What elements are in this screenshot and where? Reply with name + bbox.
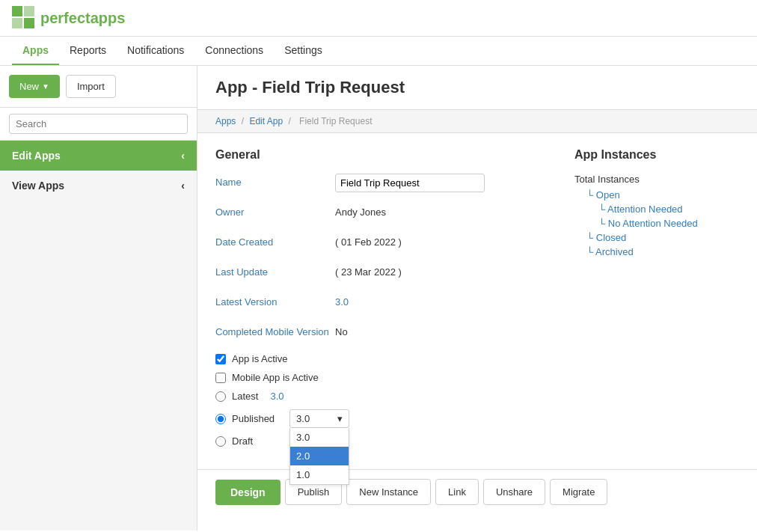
breadcrumb-edit-app[interactable]: Edit App <box>249 116 283 126</box>
chevron-left-icon: ‹ <box>181 150 185 162</box>
app-active-checkbox[interactable] <box>215 354 226 364</box>
main-header: App - Field Trip Request <box>197 66 757 110</box>
unshare-button[interactable]: Unshare <box>483 479 545 505</box>
breadcrumb-sep-1: / <box>242 116 247 126</box>
owner-value: Andy Jones <box>335 204 545 218</box>
published-radio-label: Published <box>232 413 275 424</box>
tree-item-open: └ Open <box>574 189 739 201</box>
latest-version-value: 3.0 <box>335 293 545 308</box>
completed-mobile-value: No <box>335 323 545 337</box>
new-button[interactable]: New ▼ <box>9 75 60 98</box>
published-dropdown-list: 3.0 2.0 1.0 <box>289 428 349 485</box>
svg-rect-3 <box>24 18 34 28</box>
tree-item-attention-needed: └ Attention Needed <box>574 204 739 215</box>
new-button-arrow: ▼ <box>42 82 49 91</box>
latest-radio-label: Latest <box>232 391 258 402</box>
import-button[interactable]: Import <box>66 75 116 98</box>
logo-text-accent: apps <box>91 10 126 26</box>
sidebar-item-view-apps[interactable]: View Apps ‹ <box>0 171 197 201</box>
app-active-label: App is Active <box>232 353 287 364</box>
radio-row-draft: Draft <box>215 435 545 447</box>
breadcrumb-sep-2: / <box>288 116 293 126</box>
nav-item-settings[interactable]: Settings <box>274 37 333 65</box>
checkbox-row-mobile-active: Mobile App is Active <box>215 372 545 383</box>
footer-bar: Design Publish New Instance Link Unshare… <box>197 469 757 514</box>
dropdown-option-2[interactable]: 2.0 <box>290 447 349 465</box>
main-nav: Apps Reports Notifications Connections S… <box>0 37 757 66</box>
breadcrumb: Apps / Edit App / Field Trip Request <box>197 110 757 133</box>
search-input[interactable] <box>9 114 188 134</box>
instances-title: App Instances <box>574 148 739 162</box>
field-row-latest-version: Latest Version 3.0 <box>215 293 545 314</box>
owner-label: Owner <box>215 204 335 218</box>
field-row-date-created: Date Created ( 01 Feb 2022 ) <box>215 233 545 254</box>
latest-version-label: Latest Version <box>215 293 335 308</box>
instances-section: App Instances Total Instances └ Open └ A… <box>574 148 739 454</box>
field-row-owner: Owner Andy Jones <box>215 204 545 224</box>
nav-item-connections[interactable]: Connections <box>194 37 274 65</box>
new-instance-button[interactable]: New Instance <box>346 479 431 505</box>
general-section: General Name Owner Andy Jones Date Creat… <box>215 148 545 454</box>
tree-item-closed: └ Closed <box>574 232 739 243</box>
date-created-value: ( 01 Feb 2022 ) <box>335 233 545 248</box>
design-button[interactable]: Design <box>215 480 281 505</box>
migrate-button[interactable]: Migrate <box>550 479 607 505</box>
new-button-label: New <box>19 81 39 92</box>
svg-rect-2 <box>12 18 22 28</box>
general-title: General <box>215 148 545 162</box>
radio-row-published: Published 3.0 ▾ 3.0 2.0 1.0 <box>215 409 545 428</box>
published-dropdown-wrapper: 3.0 ▾ 3.0 2.0 1.0 <box>289 409 349 428</box>
published-radio[interactable] <box>215 414 226 424</box>
main-content: General Name Owner Andy Jones Date Creat… <box>197 133 757 469</box>
instance-tree: Total Instances └ Open └ Attention Neede… <box>574 174 739 257</box>
sidebar-actions: New ▼ Import <box>0 66 197 108</box>
breadcrumb-current: Field Trip Request <box>299 116 372 126</box>
completed-mobile-label: Completed Mobile Version <box>215 323 335 337</box>
page-title: App - Field Trip Request <box>215 78 739 97</box>
breadcrumb-apps[interactable]: Apps <box>215 116 236 126</box>
radio-row-latest: Latest 3.0 <box>215 391 545 402</box>
field-row-name: Name <box>215 174 545 195</box>
svg-rect-1 <box>24 6 34 16</box>
sidebar-item-edit-apps[interactable]: Edit Apps ‹ <box>0 141 197 171</box>
dropdown-current-value: 3.0 <box>296 413 310 424</box>
field-row-completed-mobile: Completed Mobile Version No <box>215 323 545 344</box>
last-update-value: ( 23 Mar 2022 ) <box>335 263 545 278</box>
name-input[interactable] <box>335 174 485 192</box>
main-panel: App - Field Trip Request Apps / Edit App… <box>197 66 757 531</box>
svg-rect-0 <box>12 6 22 16</box>
dropdown-arrow-icon: ▾ <box>337 413 343 424</box>
name-input-container <box>335 174 545 192</box>
dropdown-option-3[interactable]: 3.0 <box>290 428 349 447</box>
sidebar: New ▼ Import Edit Apps ‹ View Apps ‹ <box>0 66 197 531</box>
logo: perfectapps <box>12 6 125 30</box>
dropdown-option-1[interactable]: 1.0 <box>290 465 349 484</box>
link-button[interactable]: Link <box>435 479 479 505</box>
date-created-label: Date Created <box>215 233 335 248</box>
sidebar-item-view-apps-label: View Apps <box>12 180 64 192</box>
tree-item-no-attention: └ No Attention Needed <box>574 218 739 229</box>
nav-item-apps[interactable]: Apps <box>12 37 59 65</box>
name-label: Name <box>215 174 335 188</box>
draft-radio-label: Draft <box>232 435 253 447</box>
tree-item-archived: └ Archived <box>574 246 739 257</box>
published-dropdown-trigger[interactable]: 3.0 ▾ <box>289 409 349 428</box>
sidebar-item-edit-apps-label: Edit Apps <box>12 150 61 162</box>
nav-item-notifications[interactable]: Notifications <box>117 37 194 65</box>
latest-radio-value: 3.0 <box>270 391 284 402</box>
nav-item-reports[interactable]: Reports <box>59 37 117 65</box>
tree-root-total: Total Instances <box>574 174 739 185</box>
latest-radio[interactable] <box>215 391 226 402</box>
chevron-left-icon-2: ‹ <box>181 180 185 192</box>
draft-radio[interactable] <box>215 436 226 447</box>
field-row-last-update: Last Update ( 23 Mar 2022 ) <box>215 263 545 284</box>
logo-text-normal: perfect <box>40 10 91 26</box>
mobile-active-label: Mobile App is Active <box>232 372 319 383</box>
checkbox-row-app-active: App is Active <box>215 353 545 364</box>
mobile-active-checkbox[interactable] <box>215 373 226 383</box>
sidebar-search-container <box>0 108 197 141</box>
last-update-label: Last Update <box>215 263 335 278</box>
